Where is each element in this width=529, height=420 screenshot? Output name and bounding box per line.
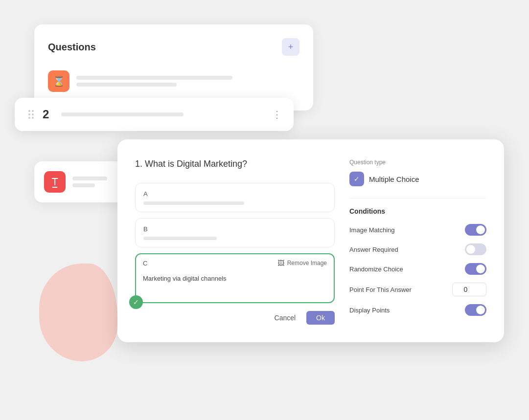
condition-answer-required: Answer Required (349, 243, 486, 255)
divider (349, 198, 486, 199)
question-2-placeholder (61, 112, 184, 116)
answer-required-toggle[interactable] (465, 243, 486, 255)
condition-image-matching: Image Matching (349, 224, 486, 236)
check-circle-icon: ✓ (129, 295, 143, 309)
point-input[interactable] (452, 283, 486, 296)
question-2-row-card: 2 ⋮ (15, 98, 294, 131)
add-question-button[interactable]: + (282, 38, 299, 56)
text-icon: T̲ (44, 171, 66, 193)
option-a: A (135, 183, 335, 212)
remove-image-text: Remove Image (287, 260, 327, 266)
placeholder-line-b (72, 183, 95, 187)
questions-header: Questions + (48, 38, 299, 56)
option-c-textarea[interactable]: Marketing via digital channels (136, 271, 334, 300)
option-b: B (135, 218, 335, 247)
toggle-thumb (476, 265, 485, 273)
question-2-number: 2 (43, 108, 54, 121)
toggle-thumb (476, 306, 485, 314)
main-edit-modal: 1. What is Digital Marketing? A B C 🖼 Re… (117, 139, 504, 342)
question-type-label: Question type (349, 159, 486, 166)
decorative-blob (39, 264, 117, 361)
condition-point-for-answer: Point For This Answer (349, 283, 486, 296)
drag-dot (28, 113, 30, 115)
drag-dot (28, 117, 30, 119)
placeholder-line-a (72, 177, 107, 180)
randomize-choice-toggle[interactable] (465, 263, 486, 275)
placeholder-line-2 (76, 83, 177, 87)
q2b-placeholder-lines (72, 177, 122, 187)
left-panel: 1. What is Digital Marketing? A B C 🖼 Re… (135, 159, 335, 325)
type-label: Multiple Choice (369, 175, 419, 183)
question-number: 1. (135, 159, 142, 169)
condition-point-label: Point For This Answer (349, 286, 412, 293)
option-c-header: C 🖼 Remove Image (136, 254, 334, 271)
option-a-placeholder (143, 201, 244, 205)
conditions-section: Conditions Image Matching Answer Require… (349, 207, 486, 316)
drag-dot (28, 110, 30, 112)
question-type-section: Question type ✓ Multiple Choice (349, 159, 486, 186)
question-placeholder-lines (76, 76, 299, 87)
option-b-label: B (143, 225, 326, 233)
type-option: ✓ Multiple Choice (349, 172, 486, 186)
option-b-placeholder (143, 237, 217, 240)
right-panel: Question type ✓ Multiple Choice Conditio… (349, 159, 486, 325)
condition-display-points-label: Display Points (349, 307, 390, 314)
drag-dot (32, 117, 34, 119)
placeholder-line-1 (76, 76, 232, 80)
option-c: C 🖼 Remove Image Marketing via digital c… (135, 253, 335, 303)
cancel-button[interactable]: Cancel (269, 311, 302, 325)
condition-image-matching-label: Image Matching (349, 226, 395, 234)
drag-dot (32, 113, 34, 115)
footer-buttons: Cancel Ok (135, 311, 335, 325)
option-c-left: C (143, 260, 147, 267)
questions-title: Questions (48, 42, 96, 53)
condition-randomize-choice-label: Randomize Choice (349, 265, 403, 273)
toggle-thumb (466, 245, 475, 254)
drag-dot (32, 110, 34, 112)
image-icon: 🖼 (277, 259, 284, 267)
question-2-content (61, 112, 265, 116)
toggle-thumb (476, 225, 485, 234)
ok-button[interactable]: Ok (306, 311, 335, 325)
conditions-title: Conditions (349, 207, 486, 215)
display-points-toggle[interactable] (465, 304, 486, 316)
option-c-label: C (143, 260, 147, 267)
question-title: 1. What is Digital Marketing? (135, 159, 335, 169)
condition-answer-required-label: Answer Required (349, 246, 398, 253)
remove-image-button[interactable]: 🖼 Remove Image (277, 259, 327, 267)
image-matching-toggle[interactable] (465, 224, 486, 236)
condition-randomize-choice: Randomize Choice (349, 263, 486, 275)
question-text: What is Digital Marketing? (145, 159, 247, 169)
drag-handle[interactable] (26, 108, 36, 121)
question-2-menu-button[interactable]: ⋮ (272, 109, 282, 120)
hourglass-icon: ⌛ (48, 70, 69, 92)
question-item-1: ⌛ (48, 66, 299, 97)
option-a-label: A (143, 190, 326, 198)
condition-display-points: Display Points (349, 304, 486, 316)
type-icon: ✓ (349, 172, 364, 186)
